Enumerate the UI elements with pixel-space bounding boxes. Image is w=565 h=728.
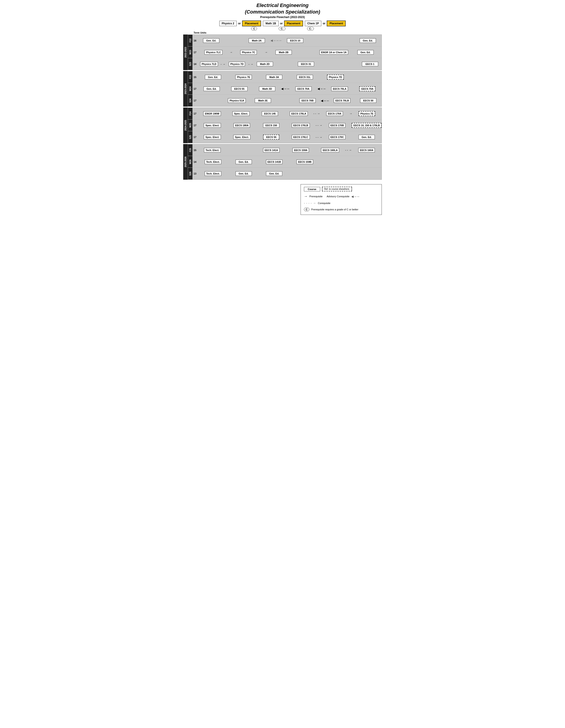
f25-eecs160la: EECS 160LA [321,148,339,152]
term-f23-label: F23 [188,71,192,83]
s23-math2d: Math 2D [257,62,273,66]
physics2-group: Physics 2 or Placement [219,21,261,26]
w23-physics7c: Physics 7C [240,50,257,55]
s25-eecs55-ref: EECS 55 [263,135,279,140]
f25-eecs141a: EECS 141A [263,148,279,152]
w23-gen-ed: Gen. Ed. [358,50,374,55]
f24-eecs145: EECS 145 [262,111,278,116]
f24-spec-elect: Spec. Elect. [232,111,249,116]
w23-math2b: Math 2B [275,50,292,55]
s23-arrow1: - → [221,62,225,66]
f22-arrow-dashed-1: ◀ ─ ─ ─ [270,39,281,42]
year-label-2022-2023: 2022-2023 [183,34,188,70]
s26-tech-elect: Tech. Elect. [205,171,221,176]
or1-text: or [238,22,241,25]
w24-eecs70la: EECS 70LA [331,87,348,91]
s23-physics7d: Physics 7D [229,62,245,66]
f23-eecs31l: EECS 31L [297,75,313,79]
s26-gen-ed-1: Gen. Ed. [235,171,252,176]
units-w25: 17 [192,119,197,131]
s25-spec-elect-1: Spec. Elect. [204,135,221,139]
w24-eecs55: EECS 55 [231,87,247,91]
term-f25-label: F25 [188,144,192,156]
term-s24-label: S24 [188,95,192,106]
w24-eecs70a: EECS 70A [296,87,312,91]
term-f22-label: F22 [188,35,192,46]
w25-cells: Spec. Elect. EECS 180A EECS 150 EECS 170… [197,119,382,131]
or2-text: or [280,22,283,25]
chem1p-box: Chem 1P [305,21,321,26]
or3-text: or [323,22,326,25]
s25-eecs170c: EECS 170C [329,135,346,139]
term-s23-label: S23 [188,58,192,70]
grade1-badge: C [251,27,257,30]
term-f23-row: F23 15 Gen. Ed. Physics 7E Math 3A EECS … [188,71,382,83]
subtitle: Prerequisite Flowchart (2022-2023) [183,16,382,19]
units-f25: 15 [192,144,197,156]
units-s25: 17 [192,131,197,143]
w25-eecs180a: EECS 180A [233,123,250,128]
math1b-box: Math 1B [263,21,278,26]
legend-coreq-label: Corequisite [318,202,331,204]
legend-course-box: Course [304,187,320,191]
f23-gen-ed: Gen. Ed. [205,75,221,79]
title-line1: Electrical Engineering [183,2,382,9]
s25-spec-elect-2: Spec. Elect. [233,135,250,139]
f22-gen-ed-2: Gen. Ed. [360,38,376,43]
legend-grade-badge: C [304,208,310,211]
f23-physics7e: Physics 7E [235,75,251,79]
w25-arrow1: - - → [316,124,322,127]
w26-eecs159b: EECS 159B [297,160,313,164]
term-f25-row: F25 15 Tech. Elect. EECS 141A EECS 159A … [188,144,382,156]
term-w25-label: W25 [188,119,192,131]
s26-gen-ed-2: Gen. Ed. [266,171,282,176]
section-2025-2026: 2025-2026 F25 15 Tech. Elect. EECS 141A … [183,144,382,180]
s24-arrow1: ◀ ─ ─ [321,99,329,102]
section-2022-2023: 2022-2023 F22 16 Gen. Ed. Math 2A ◀ ─ ─ … [183,34,382,70]
term-w23-label: W23 [188,46,192,58]
s24-eecs70lb: EECS 70LB [334,98,351,103]
s24-cells: Physics 51A Math 2E EECS 70B ◀ ─ ─ EECS … [197,95,382,106]
legend-advisory-label: Advisory Corequisite [327,195,350,198]
s23-arrow2: - → [248,62,253,66]
term-w26-row: W26 14 Tech. Elect. Gen. Ed. EECS 141B E… [188,156,382,168]
section-2023-2024: 2023-2024 F23 15 Gen. Ed. Physics 7E Mat… [183,71,382,107]
term-f24-row: F24 17 ENGR 190W Spec. Elect. EECS 145 E… [188,108,382,119]
legend-advisory-arrow: ◀ ─ ─ [351,195,360,198]
f23-cells: Gen. Ed. Physics 7E Math 3A EECS 31L Phy… [197,71,382,83]
legend-prereq-arrow: → [304,194,308,198]
f24-eecs170a: EECS 170A [326,111,343,116]
units-f23: 15 [192,71,197,83]
chem1p-group: Chem 1P or Placement [305,21,346,26]
term-s26-row: S26 13 Tech. Elect. Gen. Ed. Gen. Ed. [188,168,382,179]
f22-eecs10: EECS 10 [287,38,303,43]
term-w25-row: W25 17 Spec. Elect. EECS 180A EECS 150 E… [188,119,382,131]
year-label-2025-2026: 2025-2026 [183,144,188,180]
legend-grade-desc: Prerequisite requires a grade of C or be… [311,208,358,211]
w26-eecs141b: EECS 141B [266,160,282,164]
f23-math3a: Math 3A [266,75,282,79]
units-w24: 17 [192,83,197,94]
units-w23: 17 [192,46,197,58]
s23-eecs31: EECS 31 [298,62,314,66]
f22-cells: Gen. Ed. Math 2A ◀ ─ ─ ─ EECS 10 Gen. Ed… [197,35,382,46]
term-s24-row: S24 17 Physics 51A Math 2E EECS 70B ◀ ─ … [188,95,382,106]
f25-eecs159a: EECS 159A [293,148,309,152]
units-f24: 17 [192,108,197,119]
w25-ref: EECS 10, 150 & 170LB [352,123,382,128]
placement2-box: Placement [284,21,303,26]
s24-eecs70b: EECS 70B [300,98,316,103]
w26-gen-ed: Gen. Ed. [235,160,252,164]
page-title: Electrical Engineering (Communication Sp… [183,2,382,19]
units-s26: 13 [192,168,197,179]
f25-eecs160a: EECS 160A [358,148,375,152]
s23-cells: Physics 7LD - → Physics 7D - → Math 2D E… [197,58,382,70]
term-w26-label: W26 [188,156,192,168]
s23-eecs1: EECS 1 [362,62,378,66]
w24-cells: Gen. Ed. EECS 55 Math 3D ◀ ─ ─ EECS 70A … [197,83,382,94]
units-s24: 17 [192,95,197,106]
term-s26-label: S26 [188,168,192,179]
w24-arrow1: ◀ ─ ─ [281,87,289,90]
term-f22-row: F22 16 Gen. Ed. Math 2A ◀ ─ ─ ─ EECS 10 … [188,35,382,46]
s25-cells: Spec. Elect. Spec. Elect. EECS 55 EECS 1… [197,131,382,143]
